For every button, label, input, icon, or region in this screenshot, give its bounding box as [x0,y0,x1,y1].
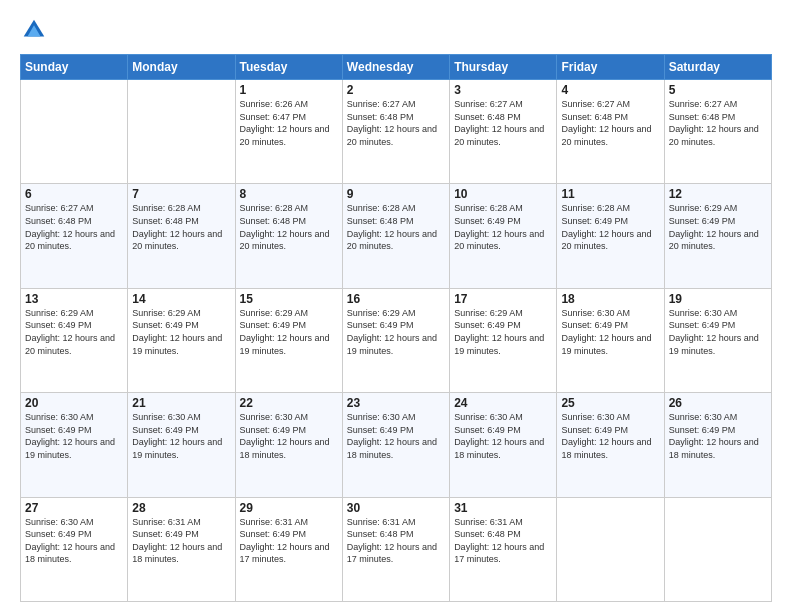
day-info: Sunrise: 6:29 AMSunset: 6:49 PMDaylight:… [240,307,338,357]
logo [20,16,52,44]
day-info: Sunrise: 6:30 AMSunset: 6:49 PMDaylight:… [25,516,123,566]
day-info: Sunrise: 6:29 AMSunset: 6:49 PMDaylight:… [347,307,445,357]
day-number: 19 [669,292,767,306]
calendar-cell: 6Sunrise: 6:27 AMSunset: 6:48 PMDaylight… [21,184,128,288]
calendar-cell: 21Sunrise: 6:30 AMSunset: 6:49 PMDayligh… [128,393,235,497]
day-info: Sunrise: 6:31 AMSunset: 6:49 PMDaylight:… [240,516,338,566]
day-info: Sunrise: 6:27 AMSunset: 6:48 PMDaylight:… [454,98,552,148]
day-info: Sunrise: 6:31 AMSunset: 6:48 PMDaylight:… [347,516,445,566]
day-info: Sunrise: 6:28 AMSunset: 6:49 PMDaylight:… [454,202,552,252]
day-info: Sunrise: 6:28 AMSunset: 6:49 PMDaylight:… [561,202,659,252]
day-number: 6 [25,187,123,201]
calendar-header-friday: Friday [557,55,664,80]
calendar-cell: 28Sunrise: 6:31 AMSunset: 6:49 PMDayligh… [128,497,235,601]
day-info: Sunrise: 6:29 AMSunset: 6:49 PMDaylight:… [132,307,230,357]
calendar-cell: 15Sunrise: 6:29 AMSunset: 6:49 PMDayligh… [235,288,342,392]
day-info: Sunrise: 6:29 AMSunset: 6:49 PMDaylight:… [454,307,552,357]
day-number: 23 [347,396,445,410]
calendar-header-tuesday: Tuesday [235,55,342,80]
day-info: Sunrise: 6:28 AMSunset: 6:48 PMDaylight:… [240,202,338,252]
calendar-week-2: 6Sunrise: 6:27 AMSunset: 6:48 PMDaylight… [21,184,772,288]
day-number: 14 [132,292,230,306]
calendar-week-1: 1Sunrise: 6:26 AMSunset: 6:47 PMDaylight… [21,80,772,184]
day-info: Sunrise: 6:29 AMSunset: 6:49 PMDaylight:… [669,202,767,252]
calendar-week-5: 27Sunrise: 6:30 AMSunset: 6:49 PMDayligh… [21,497,772,601]
day-number: 31 [454,501,552,515]
calendar-cell: 25Sunrise: 6:30 AMSunset: 6:49 PMDayligh… [557,393,664,497]
calendar-cell: 7Sunrise: 6:28 AMSunset: 6:48 PMDaylight… [128,184,235,288]
day-number: 27 [25,501,123,515]
day-number: 3 [454,83,552,97]
day-info: Sunrise: 6:26 AMSunset: 6:47 PMDaylight:… [240,98,338,148]
day-number: 10 [454,187,552,201]
day-number: 29 [240,501,338,515]
calendar-cell [128,80,235,184]
calendar-cell: 1Sunrise: 6:26 AMSunset: 6:47 PMDaylight… [235,80,342,184]
day-info: Sunrise: 6:27 AMSunset: 6:48 PMDaylight:… [669,98,767,148]
day-info: Sunrise: 6:27 AMSunset: 6:48 PMDaylight:… [347,98,445,148]
calendar-cell: 16Sunrise: 6:29 AMSunset: 6:49 PMDayligh… [342,288,449,392]
day-number: 17 [454,292,552,306]
calendar-cell: 17Sunrise: 6:29 AMSunset: 6:49 PMDayligh… [450,288,557,392]
calendar-cell: 4Sunrise: 6:27 AMSunset: 6:48 PMDaylight… [557,80,664,184]
day-number: 16 [347,292,445,306]
page: SundayMondayTuesdayWednesdayThursdayFrid… [0,0,792,612]
day-number: 20 [25,396,123,410]
logo-icon [20,16,48,44]
calendar-header-monday: Monday [128,55,235,80]
day-number: 12 [669,187,767,201]
calendar-cell: 9Sunrise: 6:28 AMSunset: 6:48 PMDaylight… [342,184,449,288]
calendar-cell: 18Sunrise: 6:30 AMSunset: 6:49 PMDayligh… [557,288,664,392]
day-info: Sunrise: 6:27 AMSunset: 6:48 PMDaylight:… [561,98,659,148]
calendar-cell [557,497,664,601]
header [20,16,772,44]
day-info: Sunrise: 6:31 AMSunset: 6:48 PMDaylight:… [454,516,552,566]
calendar-cell: 13Sunrise: 6:29 AMSunset: 6:49 PMDayligh… [21,288,128,392]
day-info: Sunrise: 6:28 AMSunset: 6:48 PMDaylight:… [347,202,445,252]
calendar-cell [21,80,128,184]
calendar-cell: 20Sunrise: 6:30 AMSunset: 6:49 PMDayligh… [21,393,128,497]
calendar-cell: 24Sunrise: 6:30 AMSunset: 6:49 PMDayligh… [450,393,557,497]
calendar-cell: 30Sunrise: 6:31 AMSunset: 6:48 PMDayligh… [342,497,449,601]
day-info: Sunrise: 6:30 AMSunset: 6:49 PMDaylight:… [669,411,767,461]
calendar-cell: 3Sunrise: 6:27 AMSunset: 6:48 PMDaylight… [450,80,557,184]
calendar-header-thursday: Thursday [450,55,557,80]
calendar-cell: 27Sunrise: 6:30 AMSunset: 6:49 PMDayligh… [21,497,128,601]
day-number: 7 [132,187,230,201]
day-info: Sunrise: 6:30 AMSunset: 6:49 PMDaylight:… [454,411,552,461]
day-info: Sunrise: 6:30 AMSunset: 6:49 PMDaylight:… [347,411,445,461]
calendar-week-3: 13Sunrise: 6:29 AMSunset: 6:49 PMDayligh… [21,288,772,392]
calendar-cell: 29Sunrise: 6:31 AMSunset: 6:49 PMDayligh… [235,497,342,601]
day-info: Sunrise: 6:30 AMSunset: 6:49 PMDaylight:… [240,411,338,461]
calendar-cell: 12Sunrise: 6:29 AMSunset: 6:49 PMDayligh… [664,184,771,288]
day-number: 13 [25,292,123,306]
calendar-cell: 19Sunrise: 6:30 AMSunset: 6:49 PMDayligh… [664,288,771,392]
calendar-cell: 5Sunrise: 6:27 AMSunset: 6:48 PMDaylight… [664,80,771,184]
day-number: 4 [561,83,659,97]
calendar-cell [664,497,771,601]
calendar-cell: 10Sunrise: 6:28 AMSunset: 6:49 PMDayligh… [450,184,557,288]
day-number: 24 [454,396,552,410]
day-info: Sunrise: 6:30 AMSunset: 6:49 PMDaylight:… [25,411,123,461]
day-number: 15 [240,292,338,306]
day-number: 18 [561,292,659,306]
day-number: 1 [240,83,338,97]
day-number: 5 [669,83,767,97]
day-info: Sunrise: 6:28 AMSunset: 6:48 PMDaylight:… [132,202,230,252]
day-number: 26 [669,396,767,410]
day-number: 22 [240,396,338,410]
day-info: Sunrise: 6:30 AMSunset: 6:49 PMDaylight:… [669,307,767,357]
calendar-cell: 26Sunrise: 6:30 AMSunset: 6:49 PMDayligh… [664,393,771,497]
calendar-header-sunday: Sunday [21,55,128,80]
calendar-cell: 22Sunrise: 6:30 AMSunset: 6:49 PMDayligh… [235,393,342,497]
day-info: Sunrise: 6:30 AMSunset: 6:49 PMDaylight:… [561,307,659,357]
day-info: Sunrise: 6:27 AMSunset: 6:48 PMDaylight:… [25,202,123,252]
day-info: Sunrise: 6:29 AMSunset: 6:49 PMDaylight:… [25,307,123,357]
calendar-cell: 23Sunrise: 6:30 AMSunset: 6:49 PMDayligh… [342,393,449,497]
calendar-header-saturday: Saturday [664,55,771,80]
day-info: Sunrise: 6:31 AMSunset: 6:49 PMDaylight:… [132,516,230,566]
calendar-cell: 14Sunrise: 6:29 AMSunset: 6:49 PMDayligh… [128,288,235,392]
day-number: 28 [132,501,230,515]
day-info: Sunrise: 6:30 AMSunset: 6:49 PMDaylight:… [132,411,230,461]
day-number: 30 [347,501,445,515]
